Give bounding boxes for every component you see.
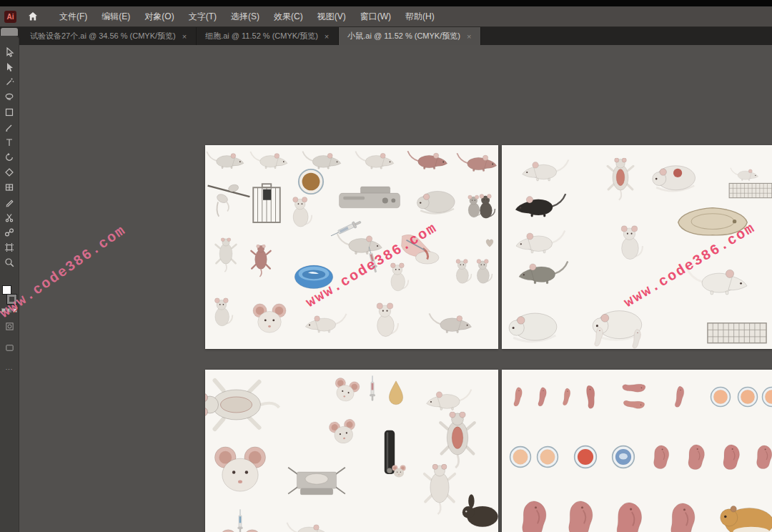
mouse-illustration[interactable] bbox=[303, 310, 347, 335]
dish-illustration[interactable] bbox=[573, 445, 598, 469]
pup-illustration[interactable] bbox=[621, 396, 647, 414]
stick-illustration[interactable] bbox=[205, 176, 252, 224]
heart-illustration[interactable] bbox=[485, 237, 495, 248]
embryo-illustration[interactable] bbox=[753, 443, 772, 470]
mouseTop-illustration[interactable] bbox=[214, 237, 238, 272]
draw-mode-icon[interactable] bbox=[2, 319, 17, 334]
mouse-illustration[interactable] bbox=[286, 518, 330, 532]
type-tool[interactable] bbox=[2, 134, 17, 149]
pup-illustration[interactable] bbox=[592, 326, 606, 348]
document-tab-1[interactable]: 细胞.ai @ 11.52 % (CMYK/预览)× bbox=[197, 27, 339, 45]
menu-item-3[interactable]: 文字(T) bbox=[187, 9, 219, 24]
menu-item-2[interactable]: 对象(O) bbox=[142, 9, 176, 24]
mouseSit-illustration[interactable] bbox=[477, 193, 496, 220]
tab-close-icon[interactable]: × bbox=[324, 32, 330, 41]
menu-item-5[interactable]: 效果(C) bbox=[272, 9, 305, 24]
paintbrush-tool[interactable] bbox=[2, 119, 17, 134]
mouse-illustration[interactable] bbox=[424, 385, 472, 413]
home-icon[interactable] bbox=[27, 11, 39, 22]
hamster-illustration[interactable] bbox=[720, 498, 772, 532]
embryo-illustration[interactable] bbox=[563, 498, 598, 532]
pup-illustration[interactable] bbox=[511, 385, 525, 408]
mouseSit-illustration[interactable] bbox=[212, 297, 234, 327]
menu-item-1[interactable]: 编辑(E) bbox=[99, 9, 132, 24]
menu-item-4[interactable]: 选择(S) bbox=[229, 9, 262, 24]
mouseTop-illustration[interactable] bbox=[437, 411, 477, 469]
menu-item-8[interactable]: 帮助(H) bbox=[403, 9, 437, 24]
mouse-illustration[interactable] bbox=[730, 165, 760, 182]
grid-illustration[interactable] bbox=[706, 319, 768, 346]
mouseSit-illustration[interactable] bbox=[454, 258, 472, 285]
dish-illustration[interactable] bbox=[509, 445, 532, 468]
pup-illustration[interactable] bbox=[560, 387, 573, 407]
more-tools-icon[interactable]: ... bbox=[6, 364, 14, 371]
embryo-illustration[interactable] bbox=[719, 443, 743, 471]
mouse-illustration[interactable] bbox=[513, 189, 567, 220]
mouseFace-illustration[interactable] bbox=[219, 528, 262, 532]
tab-close-icon[interactable]: × bbox=[182, 32, 187, 41]
tab-close-icon[interactable]: × bbox=[466, 32, 472, 41]
mouseFace-illustration[interactable] bbox=[327, 417, 358, 446]
mouse-illustration[interactable] bbox=[456, 149, 498, 174]
grid-illustration[interactable] bbox=[728, 180, 772, 200]
mouseSit-illustration[interactable] bbox=[374, 302, 400, 338]
pup-illustration[interactable] bbox=[535, 385, 550, 408]
artboard-mice-bottom-left[interactable] bbox=[205, 370, 498, 532]
mouseSit-illustration[interactable] bbox=[290, 196, 313, 229]
document-tab-0[interactable]: 试验设备27个.ai @ 34.56 % (CMYK/预览)× bbox=[21, 27, 197, 45]
syringe-illustration[interactable] bbox=[369, 375, 375, 402]
mesh-tool[interactable] bbox=[2, 179, 17, 194]
mouseFace-illustration[interactable] bbox=[214, 445, 267, 493]
mouse-illustration[interactable] bbox=[516, 256, 569, 287]
lasso-tool[interactable] bbox=[2, 89, 17, 104]
dish-illustration[interactable] bbox=[536, 445, 559, 468]
mouseTop-illustration[interactable] bbox=[605, 158, 635, 201]
mouse-illustration[interactable] bbox=[520, 155, 570, 184]
mouseSit-illustration[interactable] bbox=[475, 258, 493, 285]
selection-tool[interactable] bbox=[2, 44, 17, 59]
artboard-tool[interactable] bbox=[2, 240, 17, 255]
magic-wand-tool[interactable] bbox=[2, 74, 17, 89]
app-logo-icon[interactable]: Ai bbox=[4, 11, 16, 23]
direct-selection-tool[interactable] bbox=[2, 59, 17, 74]
mouseTop-illustration[interactable] bbox=[422, 464, 457, 516]
mouseFace-illustration[interactable] bbox=[392, 465, 406, 478]
mouse-illustration[interactable] bbox=[513, 226, 566, 257]
mouseFace-illustration[interactable] bbox=[252, 302, 287, 334]
embryo-illustration[interactable] bbox=[610, 500, 648, 532]
mouse-illustration[interactable] bbox=[206, 148, 246, 171]
mouseTop-illustration[interactable] bbox=[249, 245, 272, 277]
pup-illustration[interactable] bbox=[579, 382, 603, 412]
pup-illustration[interactable] bbox=[630, 327, 644, 349]
platform-illustration[interactable] bbox=[284, 459, 350, 499]
dish-illustration[interactable] bbox=[611, 445, 635, 469]
mouse-illustration[interactable] bbox=[428, 309, 474, 335]
embryo-illustration[interactable] bbox=[650, 443, 673, 470]
dish-illustration[interactable] bbox=[297, 168, 325, 195]
mouseSit-illustration[interactable] bbox=[388, 262, 410, 293]
toolbar-grabber[interactable] bbox=[1, 28, 18, 36]
document-tab-2[interactable]: 小鼠.ai @ 11.52 % (CMYK/预览)× bbox=[339, 27, 481, 45]
mouse-illustration[interactable] bbox=[249, 148, 290, 171]
screen-mode-icon[interactable] bbox=[2, 340, 17, 355]
mouseTop-illustration[interactable] bbox=[205, 376, 282, 433]
rotate-tool[interactable] bbox=[2, 149, 17, 164]
menu-item-7[interactable]: 窗口(W) bbox=[358, 9, 393, 24]
pencil-tool[interactable] bbox=[2, 194, 17, 210]
frame-tool[interactable] bbox=[2, 104, 17, 119]
menu-item-6[interactable]: 视图(V) bbox=[315, 9, 348, 24]
mouseCurl-illustration[interactable] bbox=[650, 158, 699, 193]
mouseSit-illustration[interactable] bbox=[618, 225, 644, 261]
mouse-illustration[interactable] bbox=[355, 147, 396, 171]
zoom-tool[interactable] bbox=[2, 255, 17, 270]
rabbit-illustration[interactable] bbox=[461, 493, 498, 528]
embryo-illustration[interactable] bbox=[684, 443, 708, 471]
scissors-tool[interactable] bbox=[2, 210, 17, 225]
blend-tool[interactable] bbox=[2, 225, 17, 240]
artboard-mice-bottom-right[interactable] bbox=[502, 370, 772, 532]
machine-illustration[interactable] bbox=[337, 183, 402, 212]
menu-item-0[interactable]: 文件(F) bbox=[57, 9, 89, 24]
cage-illustration[interactable] bbox=[249, 182, 284, 227]
dish-illustration[interactable] bbox=[761, 386, 772, 408]
mouseFace-illustration[interactable] bbox=[330, 375, 361, 405]
